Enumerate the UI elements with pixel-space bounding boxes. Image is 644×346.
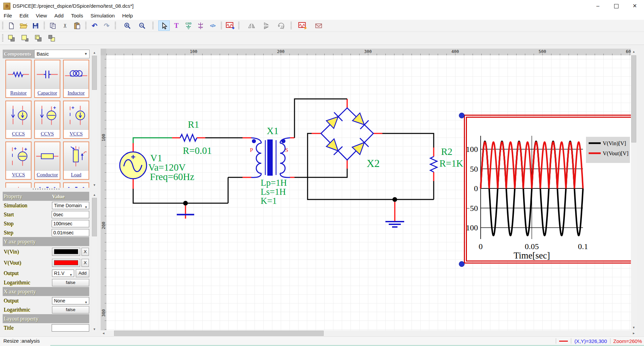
r1-value-label[interactable]: R=0.01 [183,145,212,156]
component-tile-partial[interactable]: PS [63,182,89,188]
rotate-button[interactable] [276,21,286,31]
component-tile-capacitor[interactable]: Capacitor [34,60,60,98]
new-file-button[interactable] [6,21,17,31]
component-tile-load[interactable]: I Load [63,141,89,180]
save-button[interactable] [30,21,41,31]
component-tile-conductor[interactable]: Conductor [34,141,60,180]
component-tile-inductor[interactable]: Inductor [63,60,89,98]
select-tool-button[interactable] [158,20,170,31]
zoom-out-button[interactable] [137,21,148,31]
property-scrollbar[interactable]: ▲ ▼ [92,192,97,332]
scroll-up-icon[interactable]: ▲ [631,49,637,54]
panel-splitter[interactable] [33,188,60,190]
waveform-plot[interactable]: 100500−50−10000.050.1Time[sec]V(Vin)[V]V… [467,118,637,261]
r2-value-label[interactable]: R=1K [439,158,463,169]
code-tool-button[interactable]: </> [207,21,218,31]
component-tile-vccs[interactable]: VCCS [63,101,89,139]
redo-button[interactable]: ↷ [101,21,112,31]
message-button[interactable] [313,21,324,31]
waveform-window[interactable]: 100500−50−10000.050.1Time[sec]V(Vin)[V]V… [464,115,637,264]
vout-color-button[interactable] [52,259,80,267]
undo-button[interactable]: ↶ [89,21,100,31]
menu-file[interactable]: File [0,12,16,20]
add-waveform-button[interactable] [225,21,235,31]
component-category-select[interactable]: Basic ▼ [34,50,90,58]
component-tile-partial[interactable] [5,182,32,188]
r2-ref-label[interactable]: R2 [441,146,452,157]
x1-ref-label[interactable]: X1 [267,125,278,136]
scroll-down-icon[interactable]: ▼ [631,325,637,330]
menu-simulation[interactable]: Simulation [87,12,118,20]
scroll-right-icon[interactable]: ► [631,330,637,336]
canvas-hscrollbar[interactable]: ◄ ► [101,330,637,336]
ground-symbol[interactable] [177,206,194,219]
step-input[interactable] [52,229,89,236]
bring-forward-button[interactable] [33,34,44,43]
menu-help[interactable]: Help [118,12,137,20]
selection-handle[interactable] [459,261,465,267]
close-button[interactable]: ✕ [626,0,644,12]
minimize-button[interactable]: – [589,0,607,12]
y-output-add-button[interactable]: Add [76,269,89,277]
x-output-select[interactable]: None▼ [52,297,89,304]
x1-k-label[interactable]: K=1 [261,196,277,206]
maximize-button[interactable] [607,0,626,12]
x1-transformer[interactable] [251,138,290,177]
y-output-select[interactable]: R1.V▼ [52,270,74,277]
send-backward-button[interactable] [46,34,57,43]
scrollbar-thumb[interactable] [92,198,97,236]
menu-add[interactable]: Add [51,12,67,20]
paste-button[interactable] [72,21,83,31]
flip-vertical-button[interactable] [261,21,272,31]
copy-button[interactable] [48,21,58,31]
component-tile-resistor[interactable]: Resistor [5,60,32,98]
r2-resistor[interactable] [430,157,437,172]
export-waveform-button[interactable] [297,21,308,31]
x-log-toggle[interactable]: false [52,306,89,313]
components-scrollbar[interactable]: ▲ ▼ [92,50,97,188]
open-file-button[interactable] [18,21,29,31]
start-input[interactable] [52,211,89,218]
x2-bridge-rectifier[interactable] [321,108,373,160]
vin-remove-button[interactable]: X [82,248,89,256]
text-tool-button[interactable]: T [171,21,182,31]
plot-title-input[interactable] [52,324,89,332]
ground-tool-button[interactable]: GND [183,21,194,31]
send-to-back-button[interactable] [19,34,30,43]
stop-input[interactable] [52,220,89,227]
x1-lp-label[interactable]: Lp=1H [261,178,287,188]
simulation-select[interactable]: Time Domain▼ [52,202,89,209]
scroll-up-icon[interactable]: ▲ [92,192,97,197]
y-log-toggle[interactable]: false [52,279,89,286]
component-tile-cccs[interactable]: CCCS [5,101,32,139]
schematic-canvas[interactable]: V1 Va=120V Freq=60Hz R1 R=0.01 [106,55,637,330]
selection-handle[interactable] [459,113,465,118]
scroll-up-icon[interactable]: ▲ [92,50,97,55]
r1-resistor[interactable] [180,134,197,141]
scroll-left-icon[interactable]: ◄ [101,330,106,336]
zoom-in-button[interactable] [122,21,133,31]
flip-horizontal-button[interactable] [246,21,257,31]
v1-source[interactable] [120,152,147,179]
scrollbar-thumb[interactable] [631,55,636,142]
scrollbar-thumb[interactable] [114,331,324,336]
vout-remove-button[interactable]: X [82,259,89,267]
x2-ref-label[interactable]: X2 [367,157,380,169]
x1-ls-label[interactable]: Ls=1H [261,187,286,197]
component-tile-vcvs[interactable]: VCCS [5,141,32,180]
component-tile-partial[interactable]: PS [34,182,60,188]
bring-to-front-button[interactable] [6,34,17,43]
canvas-vscrollbar[interactable]: ▲ ▼ [631,49,637,330]
menu-tools[interactable]: Tools [67,12,87,20]
v1-frequency-label[interactable]: Freq=60Hz [150,171,194,182]
menu-view[interactable]: View [32,12,51,20]
earth-ground-symbol[interactable] [385,202,404,227]
cut-button[interactable]: ✂ [60,21,70,31]
menu-edit[interactable]: Edit [16,12,32,20]
vin-color-button[interactable] [52,248,80,256]
scroll-down-icon[interactable]: ▼ [92,326,97,332]
r1-ref-label[interactable]: R1 [188,119,199,130]
scroll-down-icon[interactable]: ▼ [92,182,97,188]
component-tile-ccvs[interactable]: CCVS [34,101,60,139]
scrollbar-thumb[interactable] [92,56,97,90]
